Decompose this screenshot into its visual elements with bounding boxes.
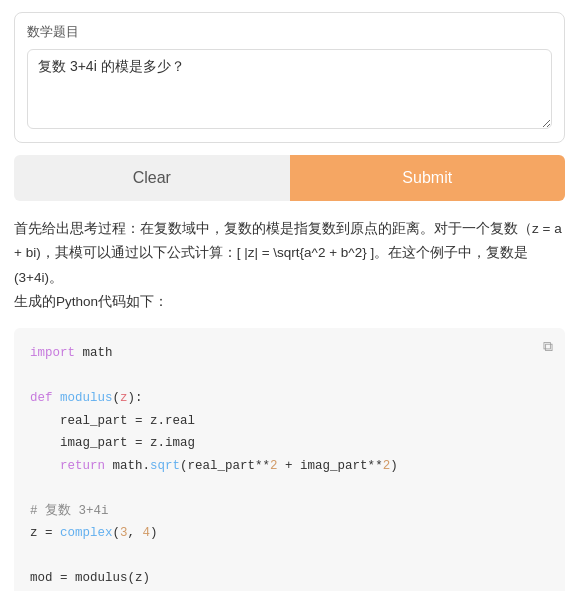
question-textarea[interactable]: 复数 3+4i 的模是多少？ [27, 49, 552, 129]
copy-icon[interactable]: ⧉ [543, 338, 553, 355]
main-container: 数学题目 复数 3+4i 的模是多少？ Clear Submit 首先给出思考过… [0, 0, 579, 591]
submit-button[interactable]: Submit [290, 155, 566, 201]
code-block-wrapper: ⧉ import math def modulus(z): real_part … [14, 328, 565, 591]
input-section: 数学题目 复数 3+4i 的模是多少？ [14, 12, 565, 143]
clear-button[interactable]: Clear [14, 155, 290, 201]
input-label: 数学题目 [27, 23, 552, 41]
description-text: 首先给出思考过程：在复数域中，复数的模是指复数到原点的距离。对于一个复数（z =… [14, 217, 565, 314]
code-block: import math def modulus(z): real_part = … [30, 342, 549, 591]
button-row: Clear Submit [14, 155, 565, 201]
